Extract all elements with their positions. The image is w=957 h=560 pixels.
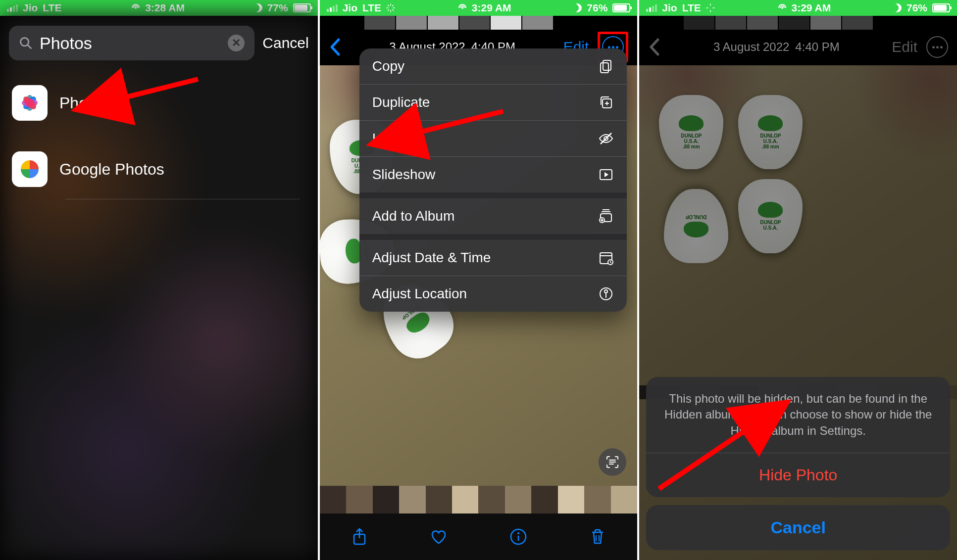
cancel-button[interactable]: Cancel bbox=[262, 35, 308, 51]
calendar-icon bbox=[598, 250, 614, 266]
status-bar: Jio LTE 3:29 AM 76% bbox=[320, 0, 638, 16]
hide-icon bbox=[598, 131, 614, 146]
screen-hide-confirm: Jio LTE 3:29 AM 76% 3 August 2022 4:40 P… bbox=[639, 0, 957, 560]
search-input[interactable]: Photos ✕ bbox=[9, 26, 254, 60]
photo-title: 3 August 2022 4:40 PM bbox=[713, 40, 840, 54]
photos-app-icon bbox=[12, 85, 48, 121]
clock-label: 3:29 AM bbox=[792, 2, 831, 14]
context-menu: Copy Duplicate Hide Slideshow Add to Alb… bbox=[359, 48, 627, 312]
svg-line-19 bbox=[393, 5, 394, 6]
svg-point-55 bbox=[781, 7, 783, 9]
search-value: Photos bbox=[40, 34, 221, 53]
dnd-icon bbox=[893, 3, 902, 12]
menu-slideshow[interactable]: Slideshow bbox=[359, 157, 627, 192]
back-button[interactable] bbox=[329, 38, 342, 56]
screen-photo-menu: Jio LTE 3:29 AM 76% 3 August 2022 4:40 P… bbox=[320, 0, 638, 560]
top-thumbnails bbox=[684, 16, 873, 31]
network-label: LTE bbox=[43, 2, 61, 14]
back-button[interactable] bbox=[648, 38, 661, 56]
svg-line-17 bbox=[393, 10, 394, 11]
divider bbox=[65, 199, 300, 199]
svg-point-42 bbox=[604, 290, 607, 293]
slideshow-icon bbox=[598, 167, 614, 183]
clock-label: 3:29 AM bbox=[472, 2, 511, 14]
hide-photo-button[interactable]: Hide Photo bbox=[646, 453, 950, 497]
signal-icon bbox=[7, 4, 18, 12]
search-icon bbox=[19, 36, 33, 50]
menu-separator bbox=[359, 234, 627, 240]
svg-line-2 bbox=[28, 45, 31, 48]
loading-icon bbox=[706, 3, 715, 12]
loading-icon bbox=[386, 3, 395, 12]
share-button[interactable] bbox=[350, 527, 369, 546]
battery-pct: 76% bbox=[907, 2, 927, 14]
status-bar: Jio LTE 3:28 AM 77% bbox=[0, 0, 318, 16]
carrier-label: Jio bbox=[662, 2, 677, 14]
dnd-icon bbox=[253, 3, 262, 12]
more-button bbox=[926, 36, 948, 58]
thumbnail-strip[interactable] bbox=[320, 486, 638, 513]
menu-adjust-date[interactable]: Adjust Date & Time bbox=[359, 240, 627, 276]
battery-pct: 77% bbox=[267, 2, 288, 14]
duplicate-icon bbox=[598, 94, 614, 110]
copy-icon bbox=[598, 58, 614, 74]
result-google-photos[interactable]: Google Photos bbox=[9, 140, 309, 198]
svg-line-18 bbox=[388, 10, 389, 11]
action-sheet: This photo will be hidden, but can be fo… bbox=[646, 377, 950, 550]
top-thumbnails bbox=[364, 16, 554, 31]
info-button[interactable] bbox=[509, 527, 528, 546]
network-label: LTE bbox=[362, 2, 381, 14]
signal-icon bbox=[327, 4, 338, 12]
sheet-message: This photo will be hidden, but can be fo… bbox=[646, 377, 950, 453]
menu-adjust-location[interactable]: Adjust Location bbox=[359, 276, 627, 312]
menu-add-album[interactable]: Add to Album bbox=[359, 198, 627, 234]
hotspot-icon bbox=[777, 3, 788, 12]
carrier-label: Jio bbox=[343, 2, 357, 14]
svg-rect-25 bbox=[601, 63, 608, 73]
album-icon bbox=[598, 208, 614, 224]
clock-label: 3:28 AM bbox=[145, 2, 185, 14]
signal-icon bbox=[646, 4, 657, 12]
hotspot-icon bbox=[130, 3, 141, 12]
svg-point-20 bbox=[461, 7, 463, 9]
battery-icon bbox=[612, 3, 630, 12]
network-label: LTE bbox=[682, 2, 701, 14]
hotspot-icon bbox=[457, 3, 468, 12]
menu-hide[interactable]: Hide bbox=[359, 121, 627, 157]
delete-button[interactable] bbox=[588, 527, 607, 546]
svg-point-0 bbox=[135, 7, 137, 9]
google-photos-app-icon bbox=[12, 151, 48, 187]
svg-line-16 bbox=[388, 5, 389, 6]
battery-icon bbox=[293, 3, 311, 12]
edit-button: Edit bbox=[892, 39, 917, 55]
screen-search: Jio LTE 3:28 AM 77% Photos ✕ Cancel bbox=[0, 0, 318, 560]
menu-copy[interactable]: Copy bbox=[359, 48, 627, 85]
result-label: Google Photos bbox=[59, 160, 164, 179]
dnd-icon bbox=[573, 3, 582, 12]
search-results: Photos Google Photos bbox=[9, 74, 309, 198]
battery-pct: 76% bbox=[587, 2, 607, 14]
bottom-toolbar bbox=[320, 513, 638, 560]
photo-header: 3 August 2022 4:40 PM Edit bbox=[639, 30, 957, 64]
menu-duplicate[interactable]: Duplicate bbox=[359, 85, 627, 121]
favorite-button[interactable] bbox=[429, 527, 448, 546]
result-photos[interactable]: Photos bbox=[9, 74, 309, 132]
result-label: Photos bbox=[59, 94, 109, 112]
svg-point-46 bbox=[517, 532, 519, 534]
carrier-label: Jio bbox=[23, 2, 38, 14]
location-icon bbox=[598, 286, 614, 302]
menu-separator bbox=[359, 192, 627, 198]
battery-icon bbox=[932, 3, 950, 12]
sheet-cancel-button[interactable]: Cancel bbox=[646, 505, 950, 550]
clear-search-button[interactable]: ✕ bbox=[228, 35, 245, 51]
live-text-button[interactable] bbox=[599, 448, 626, 476]
svg-rect-24 bbox=[603, 60, 611, 70]
status-bar: Jio LTE 3:29 AM 76% bbox=[639, 0, 957, 16]
